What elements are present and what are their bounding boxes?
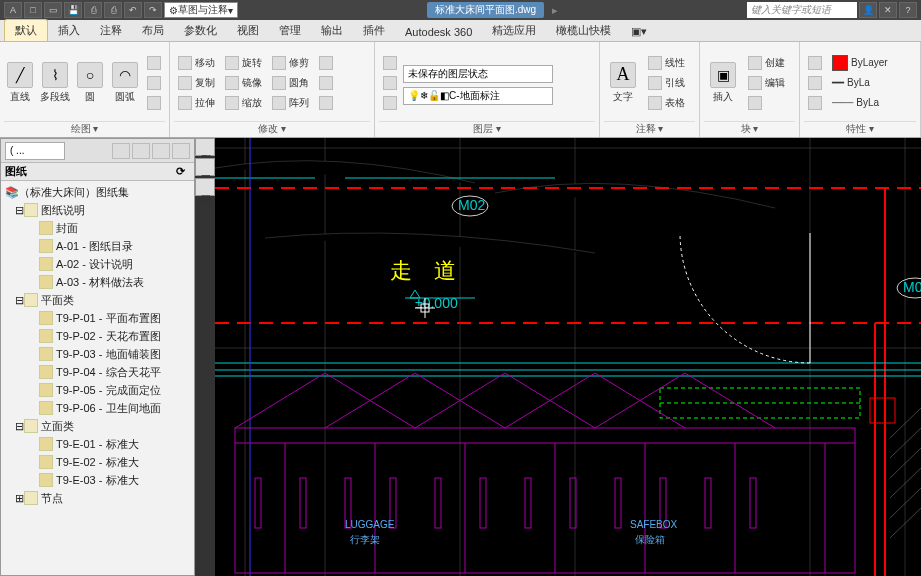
tree-item[interactable]: T9-P-05 - 完成面定位 <box>1 381 194 399</box>
lineweight-selector[interactable]: ━━ ByLa <box>828 74 892 92</box>
layer-state-selector[interactable]: 未保存的图层状态 <box>403 65 553 83</box>
copy-button[interactable]: 复制 <box>174 74 219 92</box>
sheet-tool-icon-3[interactable] <box>152 143 170 159</box>
tree-item[interactable]: T9-P-01 - 平面布置图 <box>1 309 194 327</box>
saveas-icon[interactable]: ⎙ <box>84 2 102 18</box>
tree-item[interactable]: T9-P-02 - 天花布置图 <box>1 327 194 345</box>
tab-olive[interactable]: 橄榄山快模 <box>546 20 621 41</box>
edit-block-button[interactable]: 编辑 <box>744 74 789 92</box>
tree-group-elev[interactable]: ⊟立面类 <box>1 417 194 435</box>
tree-item[interactable]: T9-E-01 - 标准大 <box>1 435 194 453</box>
tree-item[interactable]: T9-P-06 - 卫生间地面 <box>1 399 194 417</box>
save-icon[interactable]: 💾 <box>64 2 82 18</box>
layer-icon-3[interactable] <box>379 94 401 112</box>
draw-icon-3[interactable] <box>143 94 165 112</box>
linear-dim-button[interactable]: 线性 <box>644 54 689 72</box>
tree-item[interactable]: T9-E-03 - 标准大 <box>1 471 194 489</box>
stretch-button[interactable]: 拉伸 <box>174 94 219 112</box>
sheet-tool-icon-4[interactable] <box>172 143 190 159</box>
mod-icon-1[interactable] <box>315 54 337 72</box>
tree-item[interactable]: A-02 - 设计说明 <box>1 255 194 273</box>
tab-addins[interactable]: 插件 <box>353 20 395 41</box>
svg-line-59 <box>890 508 921 538</box>
tab-parametric[interactable]: 参数化 <box>174 20 227 41</box>
tree-item[interactable]: T9-P-04 - 综合天花平 <box>1 363 194 381</box>
sheet-tool-icon-2[interactable] <box>132 143 150 159</box>
mirror-button[interactable]: 镜像 <box>221 74 266 92</box>
arc-button[interactable]: ◠圆弧 <box>108 44 141 121</box>
layer-icon-2[interactable] <box>379 74 401 92</box>
open-icon[interactable]: ▭ <box>44 2 62 18</box>
text-button[interactable]: A文字 <box>604 44 642 121</box>
panel-title-modify[interactable]: 修改 ▾ <box>174 121 370 135</box>
block-icon-3[interactable] <box>744 94 789 112</box>
tree-item[interactable]: T9-E-02 - 标准大 <box>1 453 194 471</box>
tree-item[interactable]: 封面 <box>1 219 194 237</box>
refresh-icon[interactable]: ⟳ <box>176 165 190 179</box>
redo-icon[interactable]: ↷ <box>144 2 162 18</box>
help-icon[interactable]: ? <box>899 2 917 18</box>
polyline-button[interactable]: ⌇多段线 <box>39 44 72 121</box>
layer-icon-1[interactable] <box>379 54 401 72</box>
sheetset-selector[interactable]: ( ... <box>5 142 65 160</box>
scale-button[interactable]: 缩放 <box>221 94 266 112</box>
side-tab-list[interactable]: 图纸列表 <box>195 138 215 156</box>
panel-title-annot[interactable]: 注释 ▾ <box>604 121 695 135</box>
side-tab-summary[interactable]: 图纸概述 <box>195 178 215 196</box>
fillet-button[interactable]: 圆角 <box>268 74 313 92</box>
tab-output[interactable]: 输出 <box>311 20 353 41</box>
circle-button[interactable]: ○圆 <box>74 44 107 121</box>
exchange-icon[interactable]: ✕ <box>879 2 897 18</box>
app-menu-button[interactable]: A <box>4 2 22 18</box>
color-selector[interactable]: ByLayer <box>828 54 892 72</box>
create-block-button[interactable]: 创建 <box>744 54 789 72</box>
sheet-tool-icon-1[interactable] <box>112 143 130 159</box>
tab-default[interactable]: 默认 <box>4 19 48 41</box>
panel-title-draw[interactable]: 绘图 ▾ <box>4 121 165 135</box>
mod-icon-3[interactable] <box>315 94 337 112</box>
draw-icon-2[interactable] <box>143 74 165 92</box>
mod-icon-2[interactable] <box>315 74 337 92</box>
prop-icon-3[interactable] <box>804 94 826 112</box>
tab-annotate[interactable]: 注释 <box>90 20 132 41</box>
new-icon[interactable]: □ <box>24 2 42 18</box>
tree-group-node[interactable]: ⊞节点 <box>1 489 194 507</box>
move-button[interactable]: 移动 <box>174 54 219 72</box>
tree-root[interactable]: 📚 （标准大床间）图纸集 <box>1 183 194 201</box>
insert-block-button[interactable]: ▣插入 <box>704 44 742 121</box>
tab-a360[interactable]: Autodesk 360 <box>395 23 482 41</box>
tab-manage[interactable]: 管理 <box>269 20 311 41</box>
tree-item[interactable]: T9-P-03 - 地面铺装图 <box>1 345 194 363</box>
panel-title-layer[interactable]: 图层 ▾ <box>379 121 595 135</box>
trim-button[interactable]: 修剪 <box>268 54 313 72</box>
panel-title-prop[interactable]: 特性 ▾ <box>804 121 916 135</box>
search-input[interactable]: 键入关键字或短语 <box>747 2 857 18</box>
tree-group-desc[interactable]: ⊟图纸说明 <box>1 201 194 219</box>
undo-icon[interactable]: ↶ <box>124 2 142 18</box>
tree-group-plan[interactable]: ⊟平面类 <box>1 291 194 309</box>
drawing-canvas[interactable]: M02 M01 走 道 ±0.000 LUGGAGE 行李架 SAFEBOX 保… <box>215 138 921 576</box>
tab-more-icon[interactable]: ▣▾ <box>621 22 657 41</box>
draw-icon-1[interactable] <box>143 54 165 72</box>
rotate-button[interactable]: 旋转 <box>221 54 266 72</box>
array-button[interactable]: 阵列 <box>268 94 313 112</box>
layer-current-selector[interactable]: 💡❄🔓◧ C-地面标注 <box>403 87 553 105</box>
panel-title-block[interactable]: 块 ▾ <box>704 121 795 135</box>
leader-button[interactable]: 引线 <box>644 74 689 92</box>
file-tab[interactable]: 标准大床间平面图.dwg <box>427 2 544 18</box>
prop-icon-2[interactable] <box>804 74 826 92</box>
print-icon[interactable]: ⎙ <box>104 2 122 18</box>
linetype-selector[interactable]: ─── ByLa <box>828 94 892 112</box>
tab-layout[interactable]: 布局 <box>132 20 174 41</box>
tree-item[interactable]: A-01 - 图纸目录 <box>1 237 194 255</box>
table-button[interactable]: 表格 <box>644 94 689 112</box>
workspace-selector[interactable]: ⚙ 草图与注释 ▾ <box>164 2 238 18</box>
signin-icon[interactable]: 👤 <box>859 2 877 18</box>
tab-view[interactable]: 视图 <box>227 20 269 41</box>
line-button[interactable]: ╱直线 <box>4 44 37 121</box>
prop-icon-1[interactable] <box>804 54 826 72</box>
tab-insert[interactable]: 插入 <box>48 20 90 41</box>
tab-featured[interactable]: 精选应用 <box>482 20 546 41</box>
tree-item[interactable]: A-03 - 材料做法表 <box>1 273 194 291</box>
side-tab-views[interactable]: 图纸视图 <box>195 158 215 176</box>
